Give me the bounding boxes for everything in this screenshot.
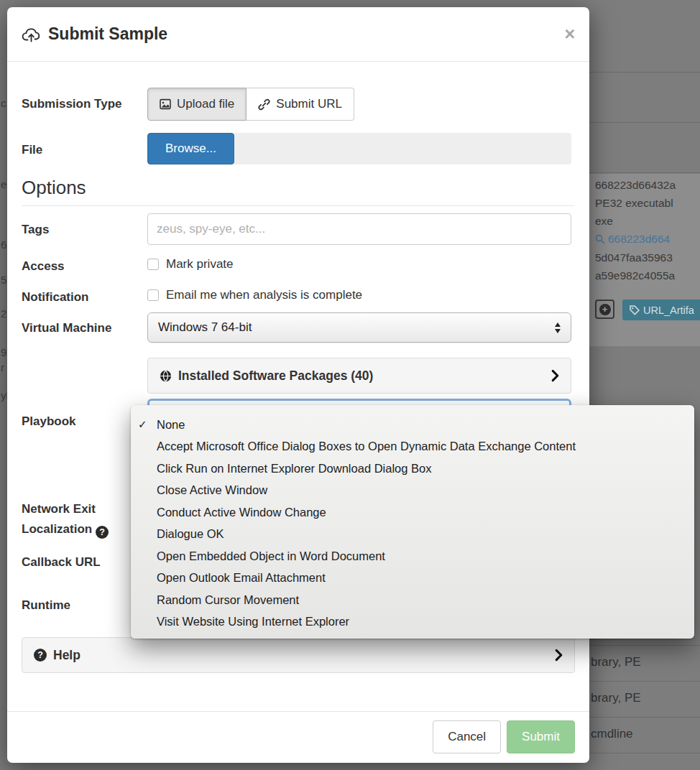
globe-icon: [160, 370, 172, 382]
add-tag-button: +: [595, 300, 614, 319]
runtime-label: Runtime: [22, 598, 145, 613]
cloud-upload-icon: [22, 26, 41, 42]
notification-label: Notification: [22, 290, 145, 305]
bg-row-type: brary, PE: [591, 655, 641, 669]
playbook-option[interactable]: Open Embedded Object in Word Document: [131, 545, 694, 567]
submit-button[interactable]: Submit: [507, 720, 575, 753]
bg-text-fragment: r: [1, 361, 4, 374]
search-icon: [595, 234, 605, 244]
virtual-machine-value: Windows 7 64-bit: [158, 320, 252, 335]
virtual-machine-select[interactable]: Windows 7 64-bit: [147, 312, 571, 343]
bg-hash-link-text: 668223d664: [608, 230, 670, 248]
help-question-icon: ?: [34, 649, 47, 662]
bg-text-fragment: 9: [1, 346, 6, 358]
mark-private-checkbox[interactable]: [147, 259, 159, 270]
question-circle-icon[interactable]: ?: [96, 526, 109, 539]
file-input: Browse...: [147, 133, 571, 164]
bg-text-fragment: c: [1, 97, 6, 109]
mark-private-label: Mark private: [166, 257, 234, 272]
bg-table-line: [588, 717, 700, 718]
virtual-machine-label: Virtual Machine: [22, 321, 145, 335]
help-label: Help: [53, 648, 80, 663]
playbook-option[interactable]: Accept Microsoft Office Dialog Boxes to …: [131, 436, 694, 458]
bg-file-ext: exe: [595, 212, 613, 230]
software-packages-panel[interactable]: Installed Software Packages (40): [147, 358, 571, 394]
close-icon[interactable]: ×: [564, 25, 575, 43]
bg-hash2: 5d047faa35963: [595, 249, 673, 266]
bg-table-line: [588, 122, 700, 123]
submission-type-toggle: Upload file Submit URL: [147, 88, 571, 121]
submit-sample-modal: Submit Sample × Submission Type Upload f…: [7, 7, 589, 763]
playbook-option[interactable]: Click Run on Internet Explorer Download …: [131, 458, 694, 480]
playbook-option[interactable]: Open Outlook Email Attachment: [131, 567, 694, 590]
callback-url-label: Callback URL: [22, 555, 145, 570]
select-arrows-icon: [555, 323, 561, 333]
bg-row-type: brary, PE: [591, 691, 641, 705]
bg-text-fragment: 5: [1, 274, 6, 286]
bg-text-fragment: 2: [1, 307, 6, 320]
selected-check-icon: ✓: [138, 418, 147, 431]
playbook-option[interactable]: Visit Website Using Internet Explorer: [131, 611, 694, 634]
bg-table-line: [588, 72, 700, 73]
bg-hash-link: 668223d664: [595, 230, 670, 248]
access-label: Access: [22, 259, 145, 274]
bg-file-cell: 668223d66432a PE32 executabl exe 668223d…: [589, 174, 700, 346]
chevron-right-icon: [551, 369, 559, 382]
tag-icon: [630, 305, 640, 315]
file-label: File: [22, 143, 145, 157]
playbook-option[interactable]: Dialogue OK: [131, 524, 694, 546]
options-heading: Options: [22, 177, 575, 206]
bg-table-line: [588, 645, 700, 646]
browse-button[interactable]: Browse...: [147, 133, 234, 164]
playbook-option[interactable]: Random Cursor Movement: [131, 589, 694, 611]
bg-text-fragment: 6: [1, 238, 6, 251]
playbook-dropdown-menu: ✓ None Accept Microsoft Office Dialog Bo…: [131, 405, 694, 639]
network-exit-label: Network Exit Localization ?: [22, 499, 145, 539]
playbook-label: Playbook: [22, 414, 145, 429]
bg-hash3: a59e982c4055a: [595, 266, 675, 284]
modal-footer: Cancel Submit: [7, 711, 589, 753]
email-notify-label: Email me when analysis is complete: [166, 288, 362, 302]
link-icon: [258, 98, 270, 111]
tags-input[interactable]: [147, 213, 571, 245]
modal-header: Submit Sample ×: [7, 7, 589, 62]
modal-title: Submit Sample: [48, 24, 167, 44]
upload-file-label: Upload file: [177, 97, 234, 111]
bg-table-line: [588, 172, 700, 173]
chevron-right-icon: [555, 649, 563, 662]
submit-url-label: Submit URL: [276, 97, 342, 111]
url-artifact-badge-label: URL_Artifa: [643, 305, 694, 316]
bg-file-name: 668223d66432a: [595, 176, 676, 194]
submission-type-label: Submission Type: [22, 97, 145, 111]
playbook-option[interactable]: ✓ None: [131, 414, 694, 436]
help-panel[interactable]: ? Help: [22, 637, 575, 673]
playbook-option[interactable]: Close Active Window: [131, 480, 694, 502]
bg-table-line: [588, 753, 700, 753]
upload-file-button[interactable]: Upload file: [147, 88, 247, 121]
email-notify-checkbox[interactable]: [147, 289, 159, 301]
bg-text-fragment: e: [1, 178, 6, 190]
tags-label: Tags: [22, 223, 145, 237]
plus-circle-icon: +: [599, 304, 611, 315]
software-packages-label: Installed Software Packages (40): [178, 368, 373, 384]
playbook-option[interactable]: Conduct Active Window Change: [131, 501, 694, 524]
bg-file-type: PE32 executabl: [595, 194, 673, 212]
image-file-icon: [160, 98, 171, 110]
url-artifact-badge: URL_Artifa: [622, 300, 700, 320]
file-path-field[interactable]: [234, 133, 571, 164]
bg-row-type: cmdline: [591, 727, 633, 741]
bg-table-line: [588, 681, 700, 682]
submit-url-button[interactable]: Submit URL: [247, 88, 354, 121]
cancel-button[interactable]: Cancel: [433, 720, 501, 753]
